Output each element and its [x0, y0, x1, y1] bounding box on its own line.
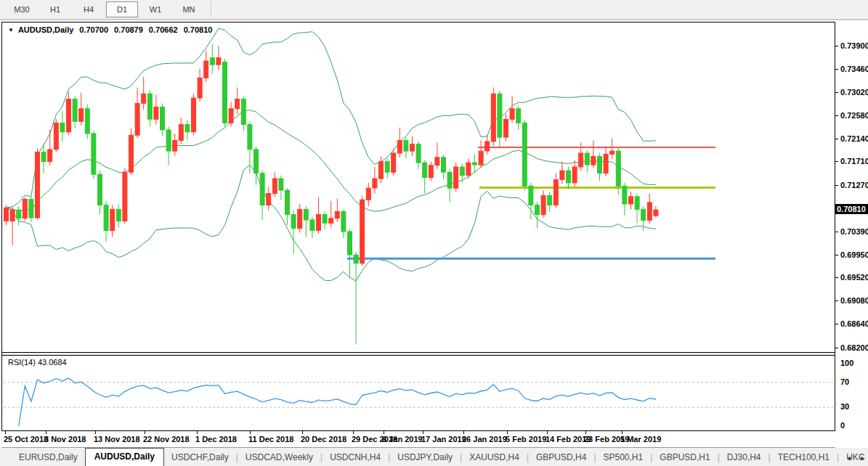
- price-axis-label: 0.68640: [840, 319, 868, 328]
- rsi-line: [19, 378, 656, 426]
- date-axis-label: 17 Jan 2019: [421, 435, 466, 443]
- price-axis-label: 0.68200: [840, 343, 868, 352]
- tab-scroll-right-icon[interactable]: ▸: [861, 454, 864, 462]
- chart-tab-tech100-h1[interactable]: TECH100,H1: [771, 449, 837, 466]
- chart-dropdown-icon[interactable]: ▼: [8, 27, 14, 33]
- rsi-axis-label: 100: [840, 359, 853, 367]
- chart-window[interactable]: ▼ AUDUSD,Daily 0.70700 0.70879 0.70662 0…: [1, 22, 835, 431]
- date-axis-tick: [423, 431, 423, 434]
- chart-tab-bar: EURUSD,DailyAUDUSD,DailyUSDCHF,Daily|USD…: [0, 448, 868, 466]
- date-axis-label: 11 Dec 2018: [248, 435, 293, 443]
- price-axis-label: 0.72140: [840, 134, 868, 143]
- date-axis-tick: [585, 431, 586, 434]
- date-axis-tick: [145, 431, 145, 434]
- quote-close: 0.70810: [184, 25, 213, 34]
- quote-open: 0.70700: [79, 25, 108, 34]
- timeframe-button-h1[interactable]: H1: [39, 1, 71, 17]
- price-axis-label: 0.69080: [840, 296, 868, 305]
- date-axis-tick: [5, 431, 6, 434]
- rsi-axis-label: 70: [840, 377, 849, 386]
- date-axis-label: 3 Nov 2018: [44, 435, 86, 443]
- timeframe-button-w1[interactable]: W1: [139, 1, 171, 17]
- price-axis-label: 0.73460: [840, 65, 868, 73]
- timeframe-button-m30[interactable]: M30: [6, 1, 38, 17]
- price-axis-tick: [835, 232, 838, 232]
- price-axis-tick: [835, 161, 838, 162]
- rsi-indicator-label: RSI(14) 43.0684: [8, 358, 67, 367]
- rsi-axis-label: 0: [840, 421, 845, 430]
- chart-tab-usdjpy-daily[interactable]: USDJPY,Daily: [390, 449, 460, 466]
- date-axis-label: 22 Nov 2018: [143, 435, 190, 443]
- toolbar-separator: [211, 1, 212, 17]
- price-axis-label: 0.70390: [840, 227, 868, 236]
- date-axis-tick: [463, 431, 464, 434]
- price-axis-tick: [835, 301, 838, 301]
- date-axis-label: 1 Dec 2018: [195, 435, 237, 443]
- chart-tab-gbpusd-h4[interactable]: GBPUSD,H4: [529, 449, 593, 466]
- chart-tab-gbpusd-h1[interactable]: GBPUSD,H1: [652, 449, 717, 466]
- date-axis-tick: [302, 431, 303, 434]
- date-axis-tick: [384, 431, 384, 434]
- price-axis-tick: [835, 277, 838, 278]
- chart-tab-eurusd-daily[interactable]: EURUSD,Daily: [12, 449, 85, 466]
- chart-tab-dj30-h4[interactable]: DJ30,H4: [720, 449, 768, 466]
- chart-tab-usdcad-weekly[interactable]: USDCAD,Weekly: [238, 449, 320, 466]
- timeframe-button-d1[interactable]: D1: [106, 1, 138, 17]
- price-axis-tick: [835, 139, 838, 139]
- chart-tab-audusd-daily[interactable]: AUDUSD,Daily: [85, 448, 164, 466]
- date-axis-tick: [507, 431, 508, 434]
- date-axis-label: 5 Mar 2019: [620, 435, 661, 443]
- date-axis-label: 25 Oct 2018: [4, 435, 48, 443]
- date-axis-tick: [250, 431, 251, 434]
- date-axis-tick: [197, 431, 198, 434]
- date-axis-label: 8 Jan 2019: [382, 435, 423, 443]
- price-axis-tick: [835, 348, 838, 348]
- date-axis-tick: [622, 431, 622, 434]
- timeframe-button-mn[interactable]: MN: [173, 1, 205, 17]
- date-axis-tick: [547, 431, 548, 434]
- current-price-box: 0.70810: [835, 204, 868, 214]
- price-axis-label: 0.69520: [840, 273, 868, 282]
- date-axis-label: 5 Feb 2019: [506, 435, 546, 443]
- chart-tab-sp500-h1[interactable]: SP500,H1: [596, 449, 651, 466]
- date-axis-tick: [353, 431, 354, 434]
- price-axis-label: 0.71710: [840, 157, 868, 165]
- date-axis-tick: [46, 431, 46, 434]
- rsi-indicator-pane[interactable]: [2, 354, 835, 430]
- date-axis-label: 13 Nov 2018: [94, 435, 140, 443]
- chart-tab-xauusd-h4[interactable]: XAUUSD,H4: [462, 449, 527, 466]
- price-axis-label: 0.71270: [840, 181, 868, 189]
- price-axis-label: 0.73020: [840, 88, 868, 97]
- chart-tab-usdcnh-h4[interactable]: USDCNH,H4: [323, 449, 388, 466]
- date-axis-label: 26 Jan 2019: [462, 435, 507, 443]
- price-axis-tick: [835, 324, 838, 324]
- date-axis-tick: [95, 431, 96, 434]
- mt4-application-window: M30H1H4D1W1MN ▼ AUDUSD,Daily 0.70700 0.7…: [0, 0, 868, 466]
- chart-symbol-label: AUDUSD,Daily: [18, 25, 73, 34]
- chart-tab-usdchf-daily[interactable]: USDCHF,Daily: [164, 449, 236, 466]
- date-axis-label: 20 Dec 2018: [301, 435, 346, 443]
- tab-scroll-left-icon[interactable]: ◂: [847, 454, 851, 462]
- quote-high: 0.70879: [114, 25, 143, 34]
- timeframe-toolbar: M30H1H4D1W1MN: [0, 0, 868, 20]
- date-axis: 25 Oct 20183 Nov 201813 Nov 201822 Nov 2…: [1, 431, 835, 448]
- price-axis-tick: [835, 46, 838, 46]
- price-axis-tick: [835, 92, 838, 93]
- price-axis-tick: [835, 255, 838, 256]
- rsi-axis-label: 30: [840, 402, 849, 411]
- price-axis: 0.739000.734600.730200.725800.721400.717…: [837, 22, 868, 431]
- quote-low: 0.70662: [149, 25, 178, 34]
- main-chart-pane[interactable]: [2, 23, 835, 352]
- price-axis-label: 0.73900: [840, 41, 868, 50]
- candles-group: [4, 44, 658, 345]
- price-axis-tick: [835, 69, 838, 70]
- chart-title: ▼ AUDUSD,Daily 0.70700 0.70879 0.70662 0…: [8, 25, 212, 34]
- timeframe-button-h4[interactable]: H4: [73, 1, 105, 17]
- price-axis-tick: [835, 115, 838, 116]
- price-axis-label: 0.69950: [840, 250, 868, 259]
- price-axis-label: 0.72580: [840, 111, 868, 120]
- price-axis-tick: [835, 185, 838, 186]
